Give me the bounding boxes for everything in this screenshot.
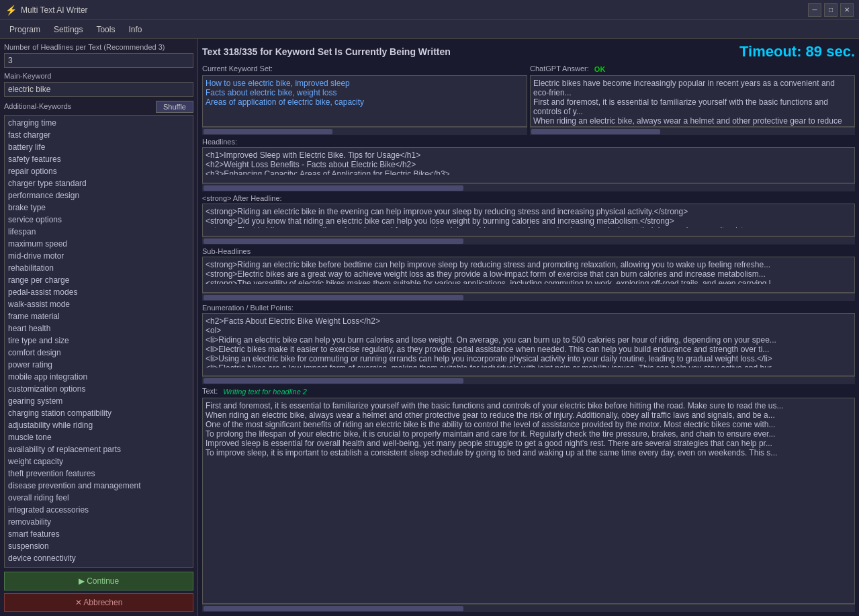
list-item[interactable]: customization options <box>5 383 193 395</box>
status-title: Text 318/335 for Keyword Set Is Currentl… <box>202 46 451 57</box>
strong-after-headline-textarea[interactable] <box>203 204 854 228</box>
app-icon: ⚡ <box>5 5 17 15</box>
list-item[interactable]: safety features <box>5 153 193 165</box>
list-item[interactable]: lifespan <box>5 226 193 238</box>
enumeration-label: Enumeration / Bullet Points: <box>202 304 855 312</box>
main-keyword-input[interactable] <box>4 82 193 97</box>
left-panel: Number of Headlines per Text (Recommende… <box>0 39 198 616</box>
list-item[interactable]: charging time <box>5 117 193 129</box>
continue-button[interactable]: ▶ Continue <box>4 572 193 590</box>
right-panel: Text 318/335 for Keyword Set Is Currentl… <box>198 39 859 616</box>
chatgpt-ok-badge: OK <box>594 65 606 73</box>
headlines-per-text-label: Number of Headlines per Text (Recommende… <box>4 43 193 51</box>
list-item[interactable]: muscle tone <box>5 431 193 443</box>
menu-tools[interactable]: Tools <box>89 22 122 37</box>
list-item[interactable]: repair options <box>5 165 193 177</box>
app-title: Multi Text AI Writer <box>21 5 88 15</box>
title-bar: ⚡ Multi Text AI Writer ─ □ ✕ <box>0 0 859 20</box>
bottom-buttons: ▶ Continue ✕ Abbrechen <box>4 572 193 612</box>
strong-after-headline-label: <strong> After Headline: <box>202 194 855 202</box>
close-button[interactable]: ✕ <box>840 3 854 17</box>
strong-after-headline-section: <strong> After Headline: <box>202 194 855 245</box>
abbrechen-button[interactable]: ✕ Abbrechen <box>4 593 193 612</box>
maximize-button[interactable]: □ <box>824 3 838 17</box>
list-item[interactable]: mobile app integration <box>5 371 193 383</box>
sub-headlines-section: Sub-Headlines <box>202 247 855 301</box>
headlines-label: Headlines: <box>202 138 855 146</box>
timeout-display: Timeout: 89 sec. <box>739 43 855 60</box>
list-item[interactable]: walk-assist mode <box>5 298 193 310</box>
list-item[interactable]: maximum speed <box>5 238 193 250</box>
headlines-textarea[interactable] <box>203 148 854 175</box>
list-item[interactable]: removability <box>5 516 193 528</box>
list-item[interactable]: availability of replacement parts <box>5 443 193 455</box>
list-item[interactable]: comfort design <box>5 347 193 359</box>
list-item[interactable]: heart health <box>5 322 193 335</box>
sub-headlines-label: Sub-Headlines <box>202 247 855 255</box>
enumeration-textarea[interactable] <box>203 314 854 367</box>
menu-settings[interactable]: Settings <box>47 22 89 37</box>
text-label: Text: <box>202 387 218 395</box>
menu-program[interactable]: Program <box>3 22 47 37</box>
list-item[interactable]: integrated accessories <box>5 504 193 516</box>
list-item[interactable]: gearing system <box>5 395 193 407</box>
list-item[interactable]: frame material <box>5 310 193 322</box>
list-item[interactable]: brake type <box>5 202 193 214</box>
main-layout: Number of Headlines per Text (Recommende… <box>0 39 859 616</box>
writing-label: Writing text for headline 2 <box>223 388 307 396</box>
list-item[interactable]: device connectivity <box>5 552 193 564</box>
list-item[interactable]: tire type and size <box>5 335 193 347</box>
keyword-set-textarea[interactable] <box>203 76 527 126</box>
list-item[interactable]: fast charger <box>5 129 193 141</box>
list-item[interactable]: service options <box>5 214 193 226</box>
additional-keywords-label: Additional-Keywords <box>4 102 71 110</box>
chatgpt-answer-section: ChatGPT Answer: OK <box>530 64 855 135</box>
menu-info[interactable]: Info <box>122 22 148 37</box>
top-bar: Text 318/335 for Keyword Set Is Currentl… <box>202 43 855 60</box>
list-item[interactable]: theft prevention features <box>5 468 193 480</box>
list-item[interactable]: performance design <box>5 189 193 202</box>
shuffle-button[interactable]: Shuffle <box>156 101 193 113</box>
list-item[interactable]: battery life <box>5 141 193 153</box>
list-item[interactable]: disease prevention and management <box>5 480 193 492</box>
list-item[interactable]: charger type standard <box>5 177 193 189</box>
list-item[interactable]: smart features <box>5 528 193 540</box>
enumeration-section: Enumeration / Bullet Points: <box>202 304 855 384</box>
menu-bar: Program Settings Tools Info <box>0 20 859 39</box>
title-bar-left: ⚡ Multi Text AI Writer <box>5 5 88 15</box>
current-keyword-set-label: Current Keyword Set: <box>202 64 273 73</box>
text-textarea[interactable] <box>203 398 854 595</box>
additional-keywords-header: Additional-Keywords Shuffle <box>4 101 193 113</box>
list-item[interactable]: suspension <box>5 540 193 552</box>
list-item[interactable]: charging station compatibility <box>5 407 193 419</box>
chatgpt-answer-label: ChatGPT Answer: <box>530 64 589 73</box>
list-item[interactable]: rehabilitation <box>5 262 193 274</box>
list-item[interactable]: adjustability while riding <box>5 419 193 431</box>
main-keyword-label: Main-Keyword <box>4 72 193 80</box>
list-item[interactable]: mid-drive motor <box>5 250 193 262</box>
list-item[interactable]: weight capacity <box>5 455 193 468</box>
list-item[interactable]: overall riding feel <box>5 492 193 504</box>
headlines-section: Headlines: <box>202 138 855 191</box>
chatgpt-answer-textarea[interactable] <box>531 76 854 126</box>
text-section: Text: Writing text for headline 2 <box>202 387 855 612</box>
headlines-per-text-input[interactable] <box>4 53 193 68</box>
sub-headlines-textarea[interactable] <box>203 257 854 284</box>
list-item[interactable]: range per charge <box>5 274 193 286</box>
minimize-button[interactable]: ─ <box>808 3 821 17</box>
keywords-list[interactable]: charging time fast charger battery life … <box>4 115 193 568</box>
title-bar-controls: ─ □ ✕ <box>808 3 854 17</box>
keyword-set-section: Current Keyword Set: <box>202 64 527 135</box>
list-item[interactable]: power rating <box>5 359 193 371</box>
list-item[interactable]: cardiovascular health <box>5 564 193 568</box>
list-item[interactable]: pedal-assist modes <box>5 286 193 298</box>
